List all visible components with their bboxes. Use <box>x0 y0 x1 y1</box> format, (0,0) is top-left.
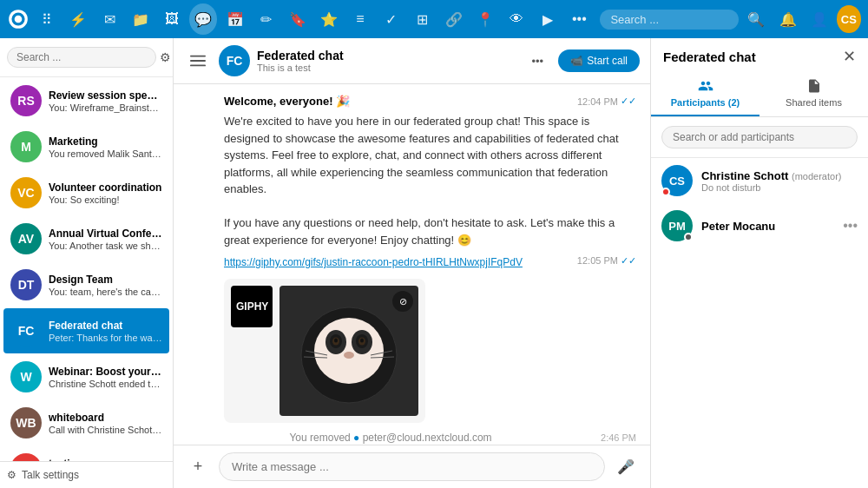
conversation-list: RS Review session speech You: Wireframe_… <box>0 77 173 461</box>
peter-more-button[interactable]: ••• <box>843 218 858 234</box>
chat-input-area: + 🎤 <box>174 445 650 488</box>
status-dot-federated <box>684 233 693 241</box>
message-group-welcome: Welcome, everyone! 🎉 12:04 PM ✓✓ <box>187 95 636 108</box>
participant-item-christine[interactable]: CS Christine Schott (moderator) Do not d… <box>651 158 868 203</box>
sidebar-item-testing-area[interactable]: TA testing area You: New whiteboard.whit… <box>3 446 169 461</box>
participant-item-peter[interactable]: PM Peter Mocanu ••• <box>651 203 868 248</box>
sidebar-item-design-team[interactable]: DT Design Team You: team, here's the cal… <box>3 262 169 307</box>
nav-task-icon[interactable]: ✏ <box>253 3 280 35</box>
sidebar-item-review-session[interactable]: RS Review session speech You: Wireframe_… <box>3 78 169 123</box>
sidebar-item-marketing[interactable]: M Marketing You removed Malik Santiago <box>3 124 169 169</box>
nav-grid-icon[interactable]: ⠿ <box>33 3 61 35</box>
sidebar-item-webinar[interactable]: W Webinar: Boost your team's p... Christ… <box>3 354 169 399</box>
nav-star-icon[interactable]: ⭐ <box>315 3 343 35</box>
chat-room-subtitle: This is a test <box>257 63 516 73</box>
item-name: Volunteer coordination <box>49 181 162 194</box>
item-name: whiteboard <box>49 412 162 424</box>
nextcloud-logo[interactable] <box>7 7 30 31</box>
nav-list-icon[interactable]: ≡ <box>346 3 374 35</box>
chat-image: ⊘ <box>279 286 418 416</box>
christine-status: Do not disturb <box>701 182 858 193</box>
tab-shared-items[interactable]: Shared items <box>760 71 868 116</box>
menu-toggle-button[interactable] <box>184 47 212 75</box>
user-avatar[interactable]: CS <box>837 5 862 33</box>
intro-text: We're excited to have you here in our fe… <box>224 113 636 248</box>
chat-more-button[interactable]: ••• <box>523 47 551 75</box>
talk-settings-button[interactable]: ⚙ Talk settings <box>0 461 173 488</box>
peter-participant-name: Peter Mocanu <box>701 220 834 233</box>
item-name: Webinar: Boost your team's p... <box>49 366 162 378</box>
right-panel: Federated chat ✕ Participants (2) Shared… <box>651 38 868 488</box>
settings-icon: ⚙ <box>7 469 16 481</box>
sidebar: ⚙ ✏ RS Review session speech You: Wirefr… <box>0 38 174 488</box>
avatar: AV <box>10 223 42 254</box>
sidebar-item-volunteer[interactable]: VC Volunteer coordination You: So exciti… <box>3 170 169 215</box>
item-name: Annual Virtual Conference <box>49 228 162 240</box>
global-search-input[interactable] <box>600 10 739 30</box>
christine-name: Christine Schott (moderator) <box>701 169 858 182</box>
svg-point-10 <box>314 318 384 384</box>
item-name: Federated chat <box>49 320 162 332</box>
nav-lightning-icon[interactable]: ⚡ <box>64 3 92 35</box>
avatar: DT <box>10 269 42 300</box>
nav-mail-icon[interactable]: ✉ <box>95 3 123 35</box>
item-name: Review session speech <box>49 89 162 102</box>
sidebar-item-annual-conf[interactable]: AV Annual Virtual Conference You: Anothe… <box>3 216 169 261</box>
item-name: Design Team <box>49 274 162 286</box>
right-panel-title: Federated chat <box>663 49 756 64</box>
nav-chat-icon[interactable]: 💬 <box>189 3 217 35</box>
nav-search-icon[interactable]: 🔍 <box>742 3 770 35</box>
main-layout: ⚙ ✏ RS Review session speech You: Wirefr… <box>0 38 868 488</box>
start-call-button[interactable]: 📹 Start call <box>558 49 640 72</box>
item-preview: You: team, here's the calendar ... <box>49 287 162 297</box>
nav-check-icon[interactable]: ✓ <box>378 3 405 35</box>
sidebar-search-input[interactable] <box>7 47 156 68</box>
item-preview: You: So exciting! <box>49 195 162 205</box>
image-hide-button[interactable]: ⊘ <box>392 291 413 312</box>
filter-icon[interactable]: ⚙ <box>160 45 171 69</box>
item-name: Marketing <box>49 135 162 148</box>
nav-bell-icon[interactable]: 🔔 <box>773 3 801 35</box>
sidebar-item-federated-chat[interactable]: FC Federated chat Peter: Thanks for the … <box>3 308 169 353</box>
nav-calendar-icon[interactable]: 📅 <box>220 3 248 35</box>
chat-room-title: Federated chat <box>257 49 516 63</box>
svg-point-2 <box>15 16 23 23</box>
nav-photo-icon[interactable]: 🖼 <box>158 3 186 35</box>
item-preview: You: Wireframe_Brainstorming... <box>49 102 162 113</box>
status-dot-dnd <box>661 188 670 196</box>
message-input[interactable] <box>219 452 605 481</box>
participant-list: CS Christine Schott (moderator) Do not d… <box>651 158 868 488</box>
nav-grid2-icon[interactable]: ⊞ <box>409 3 437 35</box>
add-attachment-button[interactable]: + <box>184 453 212 481</box>
nav-eye-icon[interactable]: 👁 <box>503 3 530 35</box>
top-navigation: ⠿ ⚡ ✉ 📁 🖼 💬 📅 ✏ 🔖 ⭐ ≡ ✓ ⊞ 🔗 📍 👁 ▶ ••• 🔍 … <box>0 0 868 38</box>
giphy-link[interactable]: https://giphy.com/gifs/justin-raccoon-pe… <box>224 256 523 268</box>
avatar: W <box>10 361 42 392</box>
nav-folder-icon[interactable]: 📁 <box>127 3 155 35</box>
sidebar-item-whiteboard[interactable]: WB whiteboard Call with Christine Schott… <box>3 400 169 445</box>
nav-bookmark-icon[interactable]: 🔖 <box>284 3 312 35</box>
nav-more-icon[interactable]: ••• <box>565 3 593 35</box>
avatar: TA <box>10 453 42 461</box>
nav-contacts-icon[interactable]: 👤 <box>806 3 833 35</box>
close-right-panel-button[interactable]: ✕ <box>843 49 856 64</box>
svg-rect-4 <box>190 60 206 62</box>
item-preview: You: Another task we should th... <box>49 241 162 251</box>
chat-header: FC Federated chat This is a test ••• 📹 S… <box>174 38 650 84</box>
right-panel-header: Federated chat ✕ <box>651 38 868 64</box>
video-icon: 📹 <box>570 55 583 67</box>
talk-settings-label: Talk settings <box>22 469 79 481</box>
avatar: VC <box>10 177 42 208</box>
nav-map-icon[interactable]: 📍 <box>471 3 499 35</box>
avatar: WB <box>10 407 42 439</box>
chat-area: FC Federated chat This is a test ••• 📹 S… <box>174 38 651 488</box>
avatar: FC <box>10 315 42 346</box>
nav-play-icon[interactable]: ▶ <box>534 3 562 35</box>
tab-participants[interactable]: Participants (2) <box>651 71 760 116</box>
svg-point-19 <box>344 352 354 359</box>
participants-search-input[interactable] <box>661 126 858 148</box>
messages-area: Welcome, everyone! 🎉 12:04 PM ✓✓ We're e… <box>174 84 650 445</box>
christine-avatar: CS <box>661 165 693 196</box>
voice-message-button[interactable]: 🎤 <box>612 453 640 481</box>
nav-link-icon[interactable]: 🔗 <box>440 3 468 35</box>
